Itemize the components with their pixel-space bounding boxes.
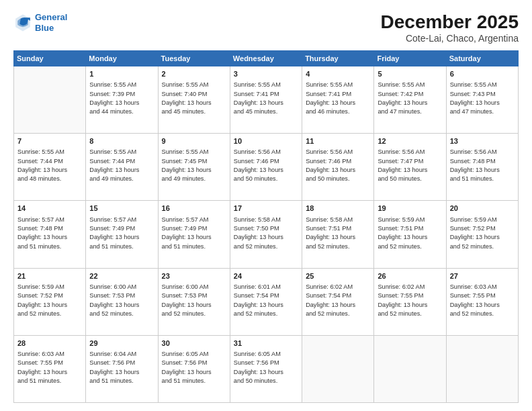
calendar-cell: 21Sunrise: 5:59 AM Sunset: 7:52 PM Dayli… [14,268,86,335]
calendar-cell: 17Sunrise: 5:58 AM Sunset: 7:50 PM Dayli… [230,201,302,268]
weekday-wednesday: Wednesday [230,50,302,66]
subtitle: Cote-Lai, Chaco, Argentina [381,33,519,44]
calendar-cell: 2Sunrise: 5:55 AM Sunset: 7:40 PM Daylig… [158,66,230,133]
header: General Blue December 2025 Cote-Lai, Cha… [13,12,519,44]
calendar-cell: 22Sunrise: 6:00 AM Sunset: 7:53 PM Dayli… [86,268,158,335]
day-number: 15 [89,203,154,214]
calendar-cell: 10Sunrise: 5:56 AM Sunset: 7:46 PM Dayli… [230,134,302,201]
day-info: Sunrise: 5:55 AM Sunset: 7:40 PM Dayligh… [162,81,226,116]
weekday-tuesday: Tuesday [158,50,230,66]
week-row-2: 7Sunrise: 5:55 AM Sunset: 7:44 PM Daylig… [14,134,519,201]
logo-line2: Blue [35,23,54,33]
calendar-cell: 13Sunrise: 5:56 AM Sunset: 7:48 PM Dayli… [446,134,518,201]
day-info: Sunrise: 5:57 AM Sunset: 7:49 PM Dayligh… [162,216,226,251]
week-row-4: 21Sunrise: 5:59 AM Sunset: 7:52 PM Dayli… [14,268,519,335]
day-number: 17 [234,203,298,214]
calendar-cell: 24Sunrise: 6:01 AM Sunset: 7:54 PM Dayli… [230,268,302,335]
day-number: 7 [17,136,82,146]
calendar-cell: 4Sunrise: 5:55 AM Sunset: 7:41 PM Daylig… [302,66,374,133]
week-row-3: 14Sunrise: 5:57 AM Sunset: 7:48 PM Dayli… [14,201,519,268]
day-info: Sunrise: 5:59 AM Sunset: 7:51 PM Dayligh… [378,216,442,251]
day-info: Sunrise: 5:59 AM Sunset: 7:52 PM Dayligh… [450,216,515,251]
calendar-cell: 28Sunrise: 6:03 AM Sunset: 7:55 PM Dayli… [14,335,86,402]
day-number: 29 [89,338,154,349]
day-number: 16 [162,203,226,214]
calendar-cell: 12Sunrise: 5:56 AM Sunset: 7:47 PM Dayli… [374,134,446,201]
day-number: 11 [306,136,370,146]
calendar-cell: 19Sunrise: 5:59 AM Sunset: 7:51 PM Dayli… [374,201,446,268]
calendar-cell [302,335,374,402]
calendar-cell: 18Sunrise: 5:58 AM Sunset: 7:51 PM Dayli… [302,201,374,268]
calendar-cell: 23Sunrise: 6:00 AM Sunset: 7:53 PM Dayli… [158,268,230,335]
day-number: 22 [89,271,154,281]
calendar-cell: 1Sunrise: 5:55 AM Sunset: 7:39 PM Daylig… [86,66,158,133]
week-row-1: 1Sunrise: 5:55 AM Sunset: 7:39 PM Daylig… [14,66,519,133]
calendar-cell: 15Sunrise: 5:57 AM Sunset: 7:49 PM Dayli… [86,201,158,268]
day-info: Sunrise: 5:56 AM Sunset: 7:48 PM Dayligh… [450,148,515,183]
day-number: 25 [306,271,370,281]
day-info: Sunrise: 5:58 AM Sunset: 7:51 PM Dayligh… [306,216,370,251]
calendar-cell: 31Sunrise: 6:05 AM Sunset: 7:56 PM Dayli… [230,335,302,402]
day-number: 13 [450,136,515,146]
day-info: Sunrise: 6:03 AM Sunset: 7:55 PM Dayligh… [450,283,515,318]
page: General Blue December 2025 Cote-Lai, Cha… [0,0,532,411]
day-info: Sunrise: 5:55 AM Sunset: 7:39 PM Dayligh… [89,81,154,116]
day-number: 8 [89,136,154,146]
day-info: Sunrise: 6:02 AM Sunset: 7:55 PM Dayligh… [378,283,442,318]
day-number: 12 [378,136,442,146]
day-number: 1 [89,69,154,79]
day-number: 6 [450,69,515,79]
day-number: 31 [234,338,298,349]
calendar-table: SundayMondayTuesdayWednesdayThursdayFrid… [13,50,519,403]
day-number: 18 [306,203,370,214]
calendar-cell: 27Sunrise: 6:03 AM Sunset: 7:55 PM Dayli… [446,268,518,335]
calendar-cell: 7Sunrise: 5:55 AM Sunset: 7:44 PM Daylig… [14,134,86,201]
day-number: 26 [378,271,442,281]
day-info: Sunrise: 5:59 AM Sunset: 7:52 PM Dayligh… [17,283,82,318]
day-info: Sunrise: 6:05 AM Sunset: 7:56 PM Dayligh… [162,350,226,385]
day-info: Sunrise: 5:56 AM Sunset: 7:47 PM Dayligh… [378,148,442,183]
weekday-monday: Monday [86,50,158,66]
weekday-header-row: SundayMondayTuesdayWednesdayThursdayFrid… [14,50,519,66]
day-number: 9 [162,136,226,146]
day-info: Sunrise: 5:57 AM Sunset: 7:49 PM Dayligh… [89,216,154,251]
calendar-cell: 11Sunrise: 5:56 AM Sunset: 7:46 PM Dayli… [302,134,374,201]
calendar-cell: 20Sunrise: 5:59 AM Sunset: 7:52 PM Dayli… [446,201,518,268]
day-info: Sunrise: 5:55 AM Sunset: 7:42 PM Dayligh… [378,81,442,116]
calendar-cell: 5Sunrise: 5:55 AM Sunset: 7:42 PM Daylig… [374,66,446,133]
day-number: 30 [162,338,226,349]
calendar-cell: 14Sunrise: 5:57 AM Sunset: 7:48 PM Dayli… [14,201,86,268]
calendar-cell: 29Sunrise: 6:04 AM Sunset: 7:56 PM Dayli… [86,335,158,402]
day-number: 24 [234,271,298,281]
day-info: Sunrise: 5:55 AM Sunset: 7:41 PM Dayligh… [306,81,370,116]
day-number: 23 [162,271,226,281]
calendar-cell [374,335,446,402]
day-info: Sunrise: 5:56 AM Sunset: 7:46 PM Dayligh… [306,148,370,183]
day-number: 19 [378,203,442,214]
week-row-5: 28Sunrise: 6:03 AM Sunset: 7:55 PM Dayli… [14,335,519,402]
calendar-cell: 16Sunrise: 5:57 AM Sunset: 7:49 PM Dayli… [158,201,230,268]
day-info: Sunrise: 6:04 AM Sunset: 7:56 PM Dayligh… [89,350,154,385]
calendar-cell [446,335,518,402]
day-info: Sunrise: 6:03 AM Sunset: 7:55 PM Dayligh… [17,350,82,385]
logo-icon [13,13,32,32]
day-info: Sunrise: 6:00 AM Sunset: 7:53 PM Dayligh… [89,283,154,318]
weekday-saturday: Saturday [446,50,518,66]
main-title: December 2025 [381,12,519,33]
day-number: 14 [17,203,82,214]
day-number: 3 [234,69,298,79]
calendar-cell [14,66,86,133]
weekday-thursday: Thursday [302,50,374,66]
day-info: Sunrise: 5:55 AM Sunset: 7:44 PM Dayligh… [89,148,154,183]
calendar-cell: 3Sunrise: 5:55 AM Sunset: 7:41 PM Daylig… [230,66,302,133]
day-info: Sunrise: 5:58 AM Sunset: 7:50 PM Dayligh… [234,216,298,251]
calendar-cell: 8Sunrise: 5:55 AM Sunset: 7:44 PM Daylig… [86,134,158,201]
day-info: Sunrise: 6:05 AM Sunset: 7:56 PM Dayligh… [234,350,298,385]
day-info: Sunrise: 5:56 AM Sunset: 7:46 PM Dayligh… [234,148,298,183]
logo-text: General Blue [35,12,67,33]
calendar-cell: 30Sunrise: 6:05 AM Sunset: 7:56 PM Dayli… [158,335,230,402]
day-number: 2 [162,69,226,79]
day-info: Sunrise: 6:02 AM Sunset: 7:54 PM Dayligh… [306,283,370,318]
logo: General Blue [13,12,67,33]
day-info: Sunrise: 6:01 AM Sunset: 7:54 PM Dayligh… [234,283,298,318]
